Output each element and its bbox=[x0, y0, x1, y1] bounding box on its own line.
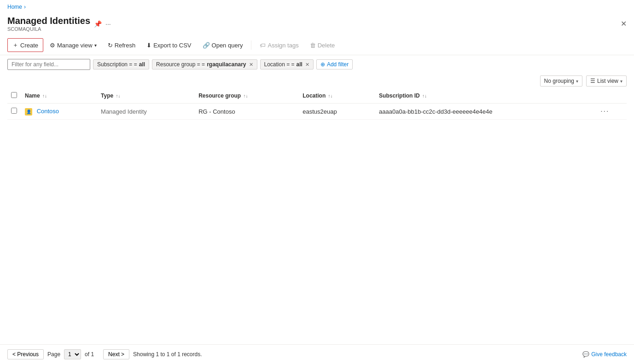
export-icon: ⬇ bbox=[146, 42, 151, 49]
resource-group-filter-close[interactable]: ✕ bbox=[249, 62, 253, 68]
actions-col-header bbox=[597, 88, 627, 104]
row-checkbox-cell bbox=[7, 104, 21, 120]
breadcrumb: Home › bbox=[0, 0, 634, 14]
identity-icon: 👤 bbox=[25, 108, 32, 116]
subscription-id-col-label: Subscription ID bbox=[379, 92, 420, 99]
type-col-label: Type bbox=[101, 92, 113, 99]
toolbar-separator bbox=[251, 40, 251, 50]
subscription-filter-label: Subscription = = bbox=[97, 61, 137, 68]
table-header-row: Name ↑↓ Type ↑↓ Resource group ↑↓ Locati… bbox=[7, 88, 627, 104]
resource-group-filter-label: Resource group = = bbox=[156, 61, 205, 68]
row-type-cell: Managed Identity bbox=[97, 104, 195, 120]
add-filter-icon: ⊕ bbox=[320, 61, 325, 68]
name-sort-icon: ↑↓ bbox=[42, 93, 47, 98]
delete-label: Delete bbox=[318, 42, 335, 49]
type-sort-icon: ↑↓ bbox=[116, 93, 121, 98]
refresh-icon: ↻ bbox=[108, 42, 113, 49]
filter-input[interactable] bbox=[7, 59, 90, 70]
create-button[interactable]: ＋ Create bbox=[7, 38, 43, 52]
page-subtitle: SCOMAQUILA bbox=[7, 26, 90, 32]
query-icon: 🔗 bbox=[203, 42, 210, 49]
location-col-header[interactable]: Location ↑↓ bbox=[299, 88, 375, 104]
export-csv-button[interactable]: ⬇ Export to CSV bbox=[142, 40, 196, 51]
grouping-label: No grouping bbox=[544, 78, 574, 84]
resource-group-col-label: Resource group bbox=[198, 92, 241, 99]
subscription-id-col-header[interactable]: Subscription ID ↑↓ bbox=[375, 88, 597, 104]
resources-table: Name ↑↓ Type ↑↓ Resource group ↑↓ Locati… bbox=[7, 88, 627, 120]
resource-group-col-header[interactable]: Resource group ↑↓ bbox=[195, 88, 299, 104]
export-csv-label: Export to CSV bbox=[153, 42, 191, 49]
more-options-icon[interactable]: ··· bbox=[105, 20, 111, 28]
subscription-filter-value: all bbox=[139, 61, 145, 68]
subscription-id-sort-icon: ↑↓ bbox=[422, 93, 427, 98]
home-link[interactable]: Home bbox=[7, 4, 22, 10]
close-icon[interactable]: ✕ bbox=[621, 19, 627, 28]
resource-group-filter-tag: Resource group = = rgaquilacanary ✕ bbox=[152, 59, 257, 69]
resource-group-filter-value: rgaquilacanary bbox=[207, 61, 246, 68]
view-controls: No grouping ▾ ☰ List view ▾ bbox=[0, 74, 634, 88]
location-filter-close[interactable]: ✕ bbox=[305, 62, 309, 68]
row-resource-group-cell: RG - Contoso bbox=[195, 104, 299, 120]
view-mode-label: List view bbox=[597, 78, 618, 84]
grouping-dropdown[interactable]: No grouping ▾ bbox=[540, 75, 582, 87]
view-mode-dropdown[interactable]: ☰ List view ▾ bbox=[586, 75, 627, 87]
select-all-col bbox=[7, 88, 21, 104]
location-filter-label: Location = = bbox=[264, 61, 295, 68]
header-title-section: Managed Identities SCOMAQUILA bbox=[7, 16, 90, 32]
location-sort-icon: ↑↓ bbox=[328, 93, 333, 98]
open-query-button[interactable]: 🔗 Open query bbox=[198, 40, 248, 51]
filter-bar: Subscription = = all Resource group = = … bbox=[0, 55, 634, 74]
location-col-label: Location bbox=[302, 92, 326, 99]
table-container: Name ↑↓ Type ↑↓ Resource group ↑↓ Locati… bbox=[0, 88, 634, 120]
page-header: Managed Identities SCOMAQUILA 📌 ··· ✕ bbox=[0, 14, 634, 35]
resource-group-sort-icon: ↑↓ bbox=[244, 93, 248, 98]
assign-tags-label: Assign tags bbox=[268, 42, 298, 49]
breadcrumb-separator: › bbox=[24, 4, 26, 10]
select-all-checkbox[interactable] bbox=[11, 92, 17, 98]
add-filter-button[interactable]: ⊕ Add filter bbox=[316, 59, 353, 69]
toolbar: ＋ Create ⚙ Manage view ▾ ↻ Refresh ⬇ Exp… bbox=[0, 35, 634, 55]
row-location-cell: eastus2euap bbox=[299, 104, 375, 120]
location-filter-tag: Location = = all ✕ bbox=[260, 59, 314, 69]
create-label: Create bbox=[20, 42, 38, 49]
add-filter-label: Add filter bbox=[327, 61, 349, 68]
row-subscription-id-cell: aaaa0a0a-bb1b-cc2c-dd3d-eeeeee4e4e4e bbox=[375, 104, 597, 120]
row-checkbox[interactable] bbox=[11, 108, 17, 114]
view-mode-chevron-icon: ▾ bbox=[620, 79, 622, 84]
row-actions-cell: ··· bbox=[597, 104, 627, 120]
name-col-label: Name bbox=[25, 92, 40, 99]
grouping-chevron-icon: ▾ bbox=[576, 79, 578, 84]
open-query-label: Open query bbox=[212, 42, 243, 49]
assign-tags-button[interactable]: 🏷 Assign tags bbox=[255, 40, 303, 51]
subscription-filter-tag: Subscription = = all bbox=[93, 59, 149, 69]
refresh-label: Refresh bbox=[115, 42, 136, 49]
delete-icon: 🗑 bbox=[310, 42, 316, 49]
refresh-button[interactable]: ↻ Refresh bbox=[103, 40, 140, 51]
manage-view-button[interactable]: ⚙ Manage view ▾ bbox=[45, 40, 101, 51]
row-name-cell: 👤 Contoso bbox=[21, 104, 97, 120]
manage-view-icon: ⚙ bbox=[50, 42, 55, 49]
row-more-actions-icon[interactable]: ··· bbox=[600, 107, 609, 115]
header-icons: 📌 ··· bbox=[94, 20, 111, 28]
delete-button[interactable]: 🗑 Delete bbox=[305, 40, 340, 51]
pin-icon[interactable]: 📌 bbox=[94, 20, 102, 28]
plus-icon: ＋ bbox=[12, 41, 18, 49]
type-col-header[interactable]: Type ↑↓ bbox=[97, 88, 195, 104]
tag-icon: 🏷 bbox=[260, 42, 266, 49]
list-view-icon: ☰ bbox=[590, 78, 595, 84]
resource-name-link[interactable]: Contoso bbox=[37, 108, 59, 115]
name-col-header[interactable]: Name ↑↓ bbox=[21, 88, 97, 104]
chevron-down-icon: ▾ bbox=[94, 43, 97, 48]
page-header-left: Managed Identities SCOMAQUILA 📌 ··· bbox=[7, 16, 111, 32]
page-title: Managed Identities bbox=[7, 16, 90, 26]
table-row: 👤 Contoso Managed Identity RG - Contoso … bbox=[7, 104, 627, 120]
location-filter-value: all bbox=[297, 61, 302, 68]
manage-view-label: Manage view bbox=[57, 42, 93, 49]
